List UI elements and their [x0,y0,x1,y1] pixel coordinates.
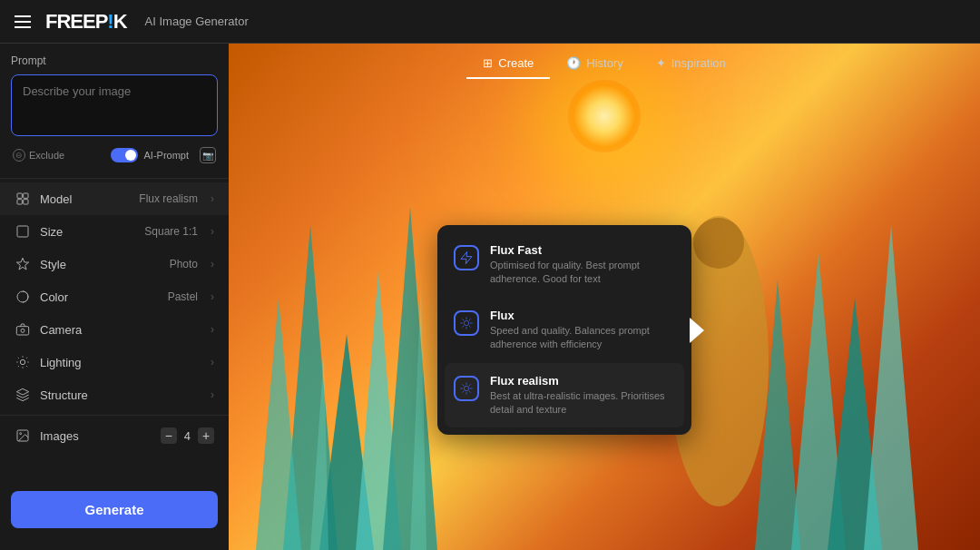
images-label: Images [40,429,152,443]
svg-rect-3 [24,200,28,204]
dropdown-arrow [690,318,704,343]
camera-icon [15,321,31,338]
images-icon [15,427,31,444]
images-count-controls: − 4 + [161,427,214,444]
tab-bar: ⊞ Create 🕐 History ✦ Inspiration [229,44,980,83]
generate-section: Generate [0,480,229,539]
style-chevron: › [211,258,214,270]
images-count: 4 [184,429,191,443]
flux-fast-title: Flux Fast [490,243,675,257]
sidebar-item-lighting[interactable]: Lighting › [0,346,229,378]
model-icon [15,191,31,207]
app-subtitle: AI Image Generator [145,15,249,28]
content-area: ⊞ Create 🕐 History ✦ Inspiration [229,44,980,550]
sidebar-item-style[interactable]: Style Photo › [0,248,229,280]
dropdown-item-flux-fast[interactable]: Flux Fast Optimised for quality. Best pr… [445,232,684,298]
model-dropdown: Flux Fast Optimised for quality. Best pr… [437,225,691,435]
ai-prompt-toggle[interactable] [111,148,138,162]
svg-point-23 [693,218,744,269]
history-tab-icon: 🕐 [566,56,581,70]
structure-chevron: › [211,388,214,401]
tab-inspiration[interactable]: ✦ Inspiration [640,49,742,79]
svg-rect-4 [17,226,28,237]
divider-1 [0,178,229,179]
model-value: Flux realism [139,192,198,205]
sidebar-item-images: Images − 4 + [0,419,229,452]
images-plus-button[interactable]: + [198,427,214,444]
model-label: Model [40,192,130,206]
prompt-label: Prompt [11,54,218,67]
divider-2 [0,415,229,416]
lighting-icon [15,354,31,370]
flux-realism-icon [454,376,479,401]
flux-realism-title: Flux realism [490,374,675,388]
dropdown-item-flux-realism[interactable]: Flux realism Best at ultra-realistic ima… [445,363,684,428]
svg-rect-1 [24,193,28,198]
flux-title: Flux [490,309,675,322]
history-tab-label: History [586,56,622,70]
prompt-textarea[interactable] [11,74,218,136]
structure-icon [15,387,31,403]
camera-upload-icon[interactable]: 📷 [200,147,216,163]
flux-desc: Speed and quality. Balances prompt adher… [490,324,675,352]
style-value: Photo [170,258,198,270]
exclude-button[interactable]: ⊖ Exclude [13,149,64,162]
sidebar-item-color[interactable]: Color Pastel › [0,280,229,313]
svg-rect-0 [17,193,22,198]
svg-point-8 [21,329,24,332]
exclude-label: Exclude [29,150,64,161]
sidebar-item-structure[interactable]: Structure › [0,378,229,411]
color-icon [15,289,31,305]
size-icon [15,223,31,240]
flux-fast-text: Flux Fast Optimised for quality. Best pr… [490,243,675,287]
svg-point-27 [464,386,468,390]
images-minus-button[interactable]: − [161,427,177,444]
color-label: Color [40,290,159,304]
lighting-chevron: › [211,356,214,368]
svg-rect-7 [16,327,28,335]
svg-point-26 [464,320,468,325]
sidebar-item-camera[interactable]: Camera › [0,313,229,346]
size-chevron: › [211,225,214,238]
tab-history[interactable]: 🕐 History [550,49,639,79]
sidebar: Prompt ⊖ Exclude AI-Prompt 📷 Model F [0,44,229,550]
inspiration-tab-icon: ✦ [656,56,666,70]
main-layout: Prompt ⊖ Exclude AI-Prompt 📷 Model F [0,44,980,550]
app-header: FREEP!K AI Image Generator [0,0,980,44]
generate-button[interactable]: Generate [11,491,218,528]
svg-point-9 [20,359,24,364]
flux-fast-desc: Optimised for quality. Best prompt adher… [490,259,675,287]
structure-label: Structure [40,388,189,402]
tab-create[interactable]: ⊞ Create [466,49,550,79]
camera-label: Camera [40,323,189,337]
dropdown-item-flux[interactable]: Flux Speed and quality. Balances prompt … [445,298,684,363]
size-label: Size [40,225,135,239]
style-label: Style [40,258,161,271]
color-value: Pastel [168,290,198,303]
flux-realism-desc: Best at ultra-realistic images. Prioriti… [490,389,675,417]
ai-prompt-toggle-wrap: AI-Prompt [111,148,189,162]
svg-rect-2 [17,200,22,204]
lighting-label: Lighting [40,356,189,369]
prompt-section: Prompt ⊖ Exclude AI-Prompt 📷 [0,54,229,174]
app-logo: FREEP!K [45,10,127,34]
ai-prompt-label: AI-Prompt [143,150,189,161]
svg-point-11 [20,433,22,435]
menu-button[interactable] [15,15,31,28]
prompt-toolbar: ⊖ Exclude AI-Prompt 📷 [11,147,218,163]
model-chevron: › [211,192,214,205]
size-value: Square 1:1 [144,225,198,238]
create-tab-icon: ⊞ [483,56,493,70]
flux-realism-text: Flux realism Best at ultra-realistic ima… [490,374,675,417]
sidebar-item-size[interactable]: Size Square 1:1 › [0,215,229,248]
color-chevron: › [211,290,214,303]
sidebar-item-model[interactable]: Model Flux realism › [0,182,229,215]
svg-marker-5 [16,258,28,270]
style-icon [15,256,31,272]
inspiration-tab-label: Inspiration [671,56,726,70]
create-tab-label: Create [498,56,534,70]
exclude-icon: ⊖ [13,149,25,162]
flux-icon [454,310,479,336]
background-image: Flux Fast Optimised for quality. Best pr… [229,44,980,550]
flux-fast-icon [454,245,479,270]
